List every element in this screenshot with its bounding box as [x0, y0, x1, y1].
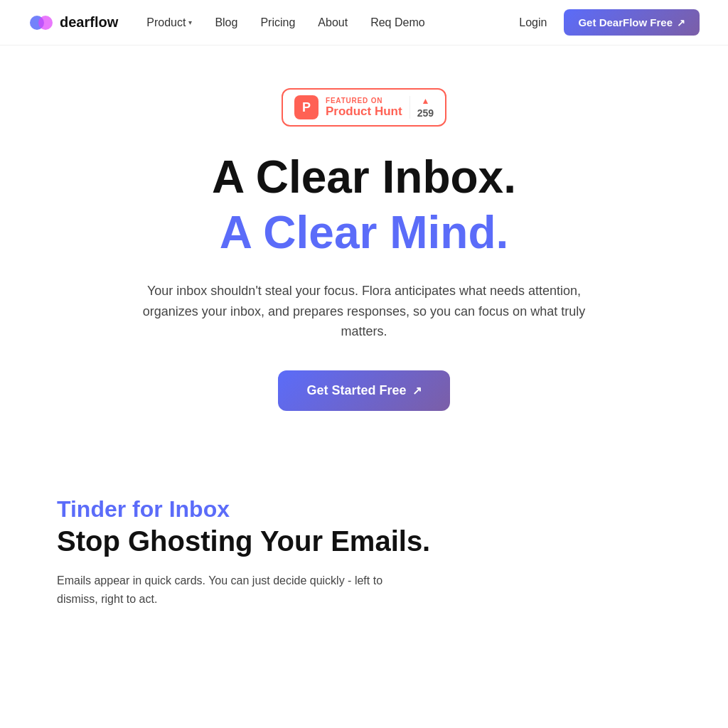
product-hunt-badge[interactable]: P FEATURED ON Product Hunt ▲ 259: [282, 88, 446, 127]
hero-section: P FEATURED ON Product Hunt ▲ 259 A Clear…: [0, 46, 728, 439]
hero-title-line1: A Clear Inbox.: [28, 152, 700, 202]
nav-right: Login Get DearFlow Free ↗: [519, 9, 700, 36]
upvote-arrow-icon: ▲: [421, 96, 429, 106]
nav-blog[interactable]: Blog: [215, 16, 237, 29]
logo-icon: [28, 10, 54, 36]
hero-arrow-icon: ↗: [412, 384, 422, 397]
nav-about[interactable]: About: [318, 16, 348, 29]
product-hunt-text: FEATURED ON Product Hunt: [326, 97, 402, 119]
nav-pricing[interactable]: Pricing: [260, 16, 295, 29]
vote-count: 259: [417, 107, 434, 119]
hero-cta-button[interactable]: Get Started Free ↗: [278, 370, 449, 411]
logo[interactable]: dearflow: [28, 10, 118, 36]
login-link[interactable]: Login: [519, 16, 547, 29]
product-hunt-name: Product Hunt: [326, 105, 402, 119]
navbar: dearflow Product ▾ Blog Pricing About Re…: [0, 0, 728, 46]
product-hunt-logo: P: [294, 95, 318, 119]
product-hunt-votes: ▲ 259: [410, 96, 434, 119]
logo-text: dearflow: [60, 14, 118, 31]
feature-section: Tinder for Inbox Stop Ghosting Your Emai…: [0, 439, 728, 636]
chevron-down-icon: ▾: [188, 18, 192, 26]
product-hunt-featured-label: FEATURED ON: [326, 97, 382, 105]
feature-label: Tinder for Inbox: [57, 496, 671, 523]
feature-description: Emails appear in quick cards. You can ju…: [57, 572, 398, 608]
hero-title-line2: A Clear Mind.: [28, 208, 700, 257]
arrow-icon: ↗: [677, 17, 685, 28]
svg-point-1: [38, 16, 53, 30]
nav-cta-button[interactable]: Get DearFlow Free ↗: [564, 9, 700, 36]
feature-title: Stop Ghosting Your Emails.: [57, 525, 671, 557]
nav-links: Product ▾ Blog Pricing About Req Demo: [146, 16, 519, 29]
nav-product[interactable]: Product ▾: [146, 16, 192, 29]
hero-subtitle: Your inbox shouldn't steal your focus. F…: [129, 281, 599, 342]
nav-req-demo[interactable]: Req Demo: [370, 16, 424, 29]
